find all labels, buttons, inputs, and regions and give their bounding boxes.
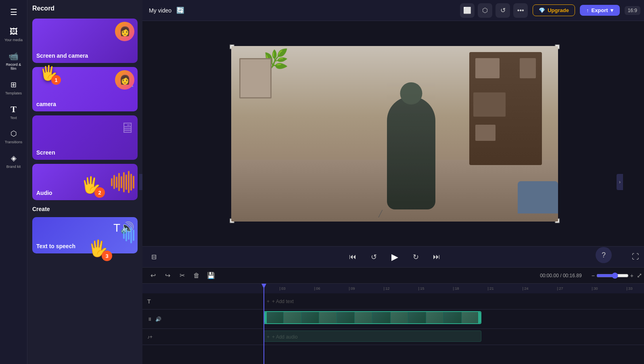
plus-icon: + <box>267 299 270 304</box>
waveform-decoration <box>123 227 134 243</box>
timeline-area: ↩ ↪ ✂ 🗑 💾 00:00.00 / 00:16.89 − + ⤢ |:03 <box>142 267 644 364</box>
video-scene: 🌿 ╱ <box>231 46 558 222</box>
clip-left-handle[interactable] <box>264 312 267 323</box>
clip-thumb <box>337 312 354 323</box>
right-collapse-arrow: › <box>617 174 623 190</box>
sidebar-item-record[interactable]: 📹 Record &film <box>2 47 26 74</box>
sidebar-item-transitions[interactable]: ⬡ Transitions <box>2 125 26 148</box>
cut-button[interactable]: ✂ <box>176 270 188 281</box>
wall-art <box>239 58 272 98</box>
zoom-out-button[interactable]: − <box>592 272 595 279</box>
shelf-item-1 <box>475 58 500 78</box>
record-icon: 📹 <box>8 50 19 62</box>
rotate-tool-button[interactable]: ↺ <box>496 3 510 18</box>
help-button[interactable]: ? <box>596 247 612 263</box>
video-clip[interactable] <box>263 311 481 324</box>
aspect-ratio-badge[interactable]: 16:9 <box>625 6 640 15</box>
clip-thumb <box>355 312 372 323</box>
pause-icon: ⏸ <box>147 316 152 322</box>
clip-thumb <box>372 312 390 323</box>
resize-tool-button[interactable]: ⬡ <box>478 3 492 18</box>
rewind-button[interactable]: ↺ <box>367 251 380 264</box>
total-time: 00:16.89 <box>563 273 582 278</box>
shelf-item-2 <box>520 58 536 78</box>
play-button[interactable]: ▶ <box>388 251 401 264</box>
text-track-label: T <box>142 298 263 305</box>
panel-title: Record <box>32 5 138 15</box>
text-icon: T <box>8 104 19 115</box>
sidebar-item-label: Templates <box>5 92 22 96</box>
clip-thumbnails <box>266 312 479 323</box>
person-head <box>400 82 422 105</box>
shelf-item-4 <box>475 125 496 141</box>
avatar-decoration: 👩 <box>115 70 134 90</box>
export-chevron-icon: ▾ <box>611 7 613 13</box>
clip-right-handle[interactable] <box>478 312 481 323</box>
sidebar-item-label: Brand kit <box>6 165 21 169</box>
add-text-button[interactable]: + + Add text <box>263 293 644 309</box>
save-button[interactable]: 💾 <box>205 270 217 281</box>
ruler-mark: |:24 <box>508 287 543 291</box>
right-panel-collapse-btn[interactable]: › <box>617 174 623 190</box>
audio-waveform <box>263 331 481 342</box>
clip-thumb <box>462 312 479 323</box>
sync-icon[interactable]: 🔄 <box>176 6 184 14</box>
main-content: My video 🔄 ⬜ ⬡ ↺ ••• 💎 Upgrade ↑ Export … <box>142 0 644 364</box>
timeline-tracks: |:03 |:06 |:09 |:12 |:15 |:18 |:21 |:24 … <box>142 284 644 364</box>
card-label: Text to speech <box>36 243 75 249</box>
camera-card[interactable]: camera 💻 👩 <box>32 67 138 111</box>
ruler-mark: |:18 <box>439 287 473 291</box>
screen-card[interactable]: Screen 🖥 <box>32 115 138 160</box>
skip-end-button[interactable]: ⏭ <box>430 251 443 264</box>
undo-button[interactable]: ↩ <box>147 270 159 281</box>
sidebar-item-brand[interactable]: ◈ Brand kit <box>2 149 26 172</box>
ruler-mark: |:21 <box>473 287 508 291</box>
more-tool-button[interactable]: ••• <box>513 3 528 18</box>
export-arrow-icon: ↑ <box>586 7 589 13</box>
sidebar-item-label: Transitions <box>5 140 23 144</box>
help-button-container: ? <box>596 247 612 263</box>
ruler-marks: |:03 |:06 |:09 |:12 |:15 |:18 |:21 |:24 … <box>263 287 644 291</box>
skip-start-button[interactable]: ⏮ <box>346 251 359 264</box>
video-frame: 🌿 ╱ <box>231 46 558 222</box>
delete-button[interactable]: 🗑 <box>191 270 202 281</box>
video-preview: 🌿 ╱ <box>231 46 558 222</box>
sidebar-item-text[interactable]: T Text <box>2 100 26 123</box>
export-label: Export <box>591 7 608 13</box>
text-track-row: T + + Add text <box>142 293 644 310</box>
audio-card[interactable]: Audio <box>32 164 138 200</box>
expand-timeline-button[interactable]: ⤢ <box>637 272 642 279</box>
upgrade-button[interactable]: 💎 Upgrade <box>533 4 575 16</box>
card-label: camera <box>36 101 56 107</box>
zoom-controls: − + <box>592 272 634 279</box>
video-track-label: ⏸ 🔊 <box>142 316 263 322</box>
sidebar-item-your-media[interactable]: 🖼 Your media <box>2 23 26 46</box>
sidebar-item-templates[interactable]: ⊞ Templates <box>2 76 26 99</box>
video-track-row: ⏸ 🔊 <box>142 310 644 329</box>
sidebar: ☰ 🖼 Your media 📹 Record &film ⊞ Template… <box>0 0 27 364</box>
shelf <box>469 52 542 165</box>
zoom-slider[interactable] <box>596 272 629 279</box>
screen-and-camera-card[interactable]: Screen and camera 🖥 👩 <box>32 19 138 63</box>
screen-icon: 🖥 <box>120 119 134 136</box>
audio-track-content: + + Add audio <box>263 329 644 345</box>
redo-button[interactable]: ↪ <box>162 270 173 281</box>
video-track-content[interactable] <box>263 310 644 328</box>
sidebar-item-menu[interactable]: ☰ <box>2 3 26 21</box>
panel-collapse-button[interactable]: ‹ <box>139 174 142 190</box>
avatar-decoration: 👩 <box>115 22 134 41</box>
add-text-label: + Add text <box>272 299 294 304</box>
forward-button[interactable]: ↻ <box>409 251 422 264</box>
crop-tool-button[interactable]: ⬜ <box>460 3 475 18</box>
playhead[interactable] <box>263 284 264 364</box>
text-to-speech-card[interactable]: Text to speech T🔊 <box>32 217 138 253</box>
person-silhouette <box>387 96 435 209</box>
card-label: Screen <box>36 149 55 156</box>
export-button[interactable]: ↑ Export ▾ <box>580 5 620 16</box>
sidebar-item-label: Your media <box>4 38 23 42</box>
fullscreen-button[interactable]: ⛶ <box>629 251 642 264</box>
caption-toggle-button[interactable]: ⊟ <box>147 251 160 264</box>
zoom-in-button[interactable]: + <box>630 272 634 279</box>
upgrade-label: Upgrade <box>548 7 569 13</box>
text-track-icon: T <box>147 298 151 305</box>
